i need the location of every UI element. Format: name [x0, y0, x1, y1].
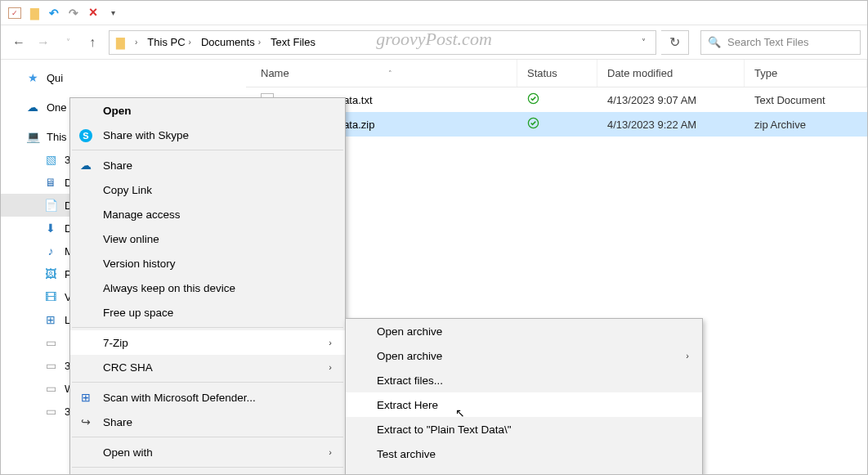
- column-date-modified[interactable]: Date modified: [597, 60, 745, 87]
- breadcrumb-this-pc[interactable]: This PC›: [144, 34, 195, 50]
- breadcrumb-root-chevron[interactable]: ›: [132, 36, 141, 48]
- context-menu-item[interactable]: Extract files...: [346, 368, 702, 392]
- context-menu-item[interactable]: Always keep on this device: [70, 276, 345, 300]
- context-menu-item[interactable]: Free up space: [70, 300, 345, 325]
- sidebar-item-icon: ▭: [43, 382, 58, 395]
- sidebar-item-icon: ♪: [43, 244, 58, 258]
- context-menu-item-label: Extract to "Plain Text Data\": [377, 423, 512, 436]
- folder-icon: ▇: [113, 36, 128, 49]
- sidebar-item-icon: ⬇: [43, 222, 58, 235]
- context-menu-item[interactable]: Copy Link: [70, 177, 345, 202]
- context-menu-item[interactable]: View online: [70, 226, 345, 251]
- context-menu-item-label: Extract files...: [377, 374, 443, 387]
- context-menu-item-label: View online: [103, 233, 159, 245]
- context-menu-item-icon: ⊞: [78, 391, 93, 404]
- sidebar-item-icon: ☁: [25, 101, 40, 114]
- context-menu-item[interactable]: ↪Share: [70, 410, 345, 434]
- sidebar-item-label: Qui: [47, 72, 63, 84]
- back-button[interactable]: ←: [7, 31, 30, 54]
- address-dropdown-icon[interactable]: ˅: [635, 38, 652, 47]
- submenu-arrow-icon: ›: [329, 362, 332, 372]
- context-menu-item-label: Open archive: [377, 350, 442, 362]
- context-menu-item[interactable]: Open with›: [70, 440, 345, 464]
- context-menu-item[interactable]: Open archive›: [346, 343, 702, 368]
- sidebar-item-icon: ★: [25, 71, 40, 84]
- column-name[interactable]: Name˄: [246, 60, 517, 87]
- search-icon: 🔍: [708, 36, 721, 48]
- context-menu-item-label: Copy Link: [103, 184, 152, 196]
- submenu-arrow-icon: ›: [329, 447, 332, 457]
- search-input[interactable]: 🔍 Search Text Files: [700, 30, 861, 55]
- sidebar-item-icon: ▭: [43, 359, 58, 372]
- context-menu-item[interactable]: Test archive: [346, 441, 702, 466]
- context-menu-item-label: Share: [103, 416, 132, 428]
- context-menu-item-label: Add to archive...: [377, 473, 457, 476]
- sidebar-item[interactable]: ★Qui: [1, 66, 246, 89]
- context-menu-item[interactable]: 7-Zip›: [70, 330, 345, 355]
- context-menu-separator: [72, 437, 343, 437]
- context-menu-item[interactable]: Add to archive...: [346, 466, 702, 475]
- context-menu-item-label: Test archive: [377, 448, 436, 460]
- sidebar-item-icon: ▭: [43, 405, 58, 418]
- context-menu-item-label: Free up space: [103, 307, 173, 319]
- context-menu-separator: [72, 382, 343, 383]
- context-menu-item-label: Open with: [103, 446, 153, 459]
- file-type-cell: zip Archive: [745, 119, 867, 131]
- context-menu-item-label: 7-Zip: [103, 337, 128, 349]
- delete-icon[interactable]: ×: [84, 4, 102, 22]
- context-menu-item[interactable]: SShare with Skype: [70, 123, 345, 147]
- context-menu-item-label: Scan with Microsoft Defender...: [103, 392, 256, 404]
- file-date-cell: 4/13/2023 9:07 AM: [597, 94, 745, 106]
- context-menu-item[interactable]: ⊞Scan with Microsoft Defender...: [70, 385, 345, 410]
- breadcrumb-text-files[interactable]: Text Files: [267, 34, 319, 50]
- context-menu-separator: [72, 467, 343, 468]
- context-menu-item[interactable]: ☁Share: [70, 153, 345, 177]
- forward-button[interactable]: →: [32, 31, 55, 54]
- context-menu-item[interactable]: Open archive: [346, 319, 702, 343]
- file-type-cell: Text Document: [745, 94, 867, 106]
- file-name-text: ata.txt: [343, 94, 372, 106]
- context-menu-item[interactable]: CRC SHA›: [70, 355, 345, 379]
- sidebar-item-icon: 🖼: [43, 267, 58, 280]
- context-menu-item[interactable]: Extract Here: [346, 392, 702, 417]
- context-menu-item[interactable]: Give access to›: [70, 470, 345, 475]
- qat-dropdown-icon[interactable]: ▾: [104, 4, 122, 22]
- sidebar-item-icon: ▧: [43, 153, 58, 166]
- sort-indicator-icon: ˄: [388, 69, 392, 78]
- context-menu-item[interactable]: Extract to "Plain Text Data\": [346, 417, 702, 441]
- context-menu-item[interactable]: Version history: [70, 251, 345, 276]
- redo-icon[interactable]: ↷: [65, 4, 83, 22]
- recent-dropdown-icon[interactable]: ˅: [56, 31, 79, 54]
- file-date-cell: 4/13/2023 9:22 AM: [597, 119, 745, 131]
- context-menu-separator: [72, 150, 343, 150]
- file-name-text: ata.zip: [343, 119, 374, 131]
- context-menu-item-label: Extract Here: [377, 399, 438, 411]
- qat-properties-icon[interactable]: ✓: [6, 4, 24, 22]
- address-bar[interactable]: ▇ › This PC› Documents› Text Files ˅: [109, 30, 656, 55]
- file-status-cell: [517, 92, 597, 107]
- undo-icon[interactable]: ↶: [45, 4, 63, 22]
- submenu-arrow-icon: ›: [329, 338, 332, 347]
- up-button[interactable]: ↑: [81, 31, 104, 54]
- navigation-bar: ← → ˅ ↑ ▇ › This PC› Documents› Text Fil…: [1, 25, 867, 60]
- sidebar-item-label: This: [47, 131, 67, 143]
- quick-access-toolbar: ✓ ▇ ↶ ↷ × ▾: [1, 1, 867, 25]
- context-menu-item[interactable]: Open: [70, 98, 345, 123]
- sidebar-item-icon: 🎞: [43, 290, 58, 303]
- column-type[interactable]: Type: [745, 60, 867, 87]
- context-menu-item-label: Open: [103, 105, 132, 117]
- submenu-arrow-icon: ›: [686, 351, 689, 361]
- context-menu-item-label: CRC SHA: [103, 361, 153, 374]
- sidebar-item-icon: ▭: [43, 336, 58, 349]
- sidebar-item-icon: 💻: [25, 130, 40, 143]
- context-menu-item[interactable]: Manage access: [70, 202, 345, 226]
- file-status-cell: [517, 117, 597, 132]
- sidebar-item-label: One: [47, 101, 67, 114]
- qat-folder-icon[interactable]: ▇: [25, 4, 43, 22]
- search-placeholder: Search Text Files: [727, 36, 808, 48]
- context-menu-item-label: Version history: [103, 258, 176, 270]
- refresh-button[interactable]: ↻: [661, 30, 689, 55]
- breadcrumb-documents[interactable]: Documents›: [198, 34, 264, 50]
- context-menu-item-label: Open archive: [377, 325, 442, 338]
- column-status[interactable]: Status: [517, 60, 597, 87]
